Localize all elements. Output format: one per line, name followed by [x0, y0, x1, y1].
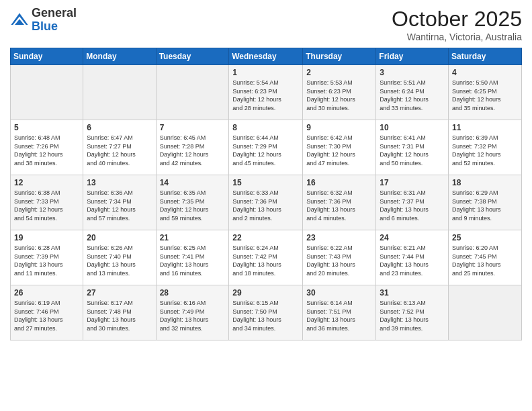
- calendar-cell: 5Sunrise: 6:48 AM Sunset: 7:26 PM Daylig…: [11, 120, 83, 175]
- day-info: Sunrise: 6:38 AM Sunset: 7:33 PM Dayligh…: [14, 189, 79, 222]
- logo: General Blue: [10, 7, 77, 34]
- calendar-week-3: 12Sunrise: 6:38 AM Sunset: 7:33 PM Dayli…: [11, 175, 522, 230]
- day-info: Sunrise: 6:26 AM Sunset: 7:40 PM Dayligh…: [87, 244, 152, 277]
- location: Wantirna, Victoria, Australia: [392, 32, 522, 42]
- calendar-cell: [11, 65, 83, 120]
- calendar-cell: 27Sunrise: 6:17 AM Sunset: 7:48 PM Dayli…: [83, 285, 156, 340]
- day-info: Sunrise: 6:24 AM Sunset: 7:42 PM Dayligh…: [232, 244, 299, 277]
- calendar-cell: 9Sunrise: 6:42 AM Sunset: 7:30 PM Daylig…: [303, 120, 376, 175]
- calendar-header-row: SundayMondayTuesdayWednesdayThursdayFrid…: [11, 48, 522, 65]
- calendar-cell: 18Sunrise: 6:29 AM Sunset: 7:38 PM Dayli…: [449, 175, 522, 230]
- day-number: 30: [306, 288, 372, 298]
- calendar-cell: 4Sunrise: 5:50 AM Sunset: 6:25 PM Daylig…: [449, 65, 522, 120]
- day-number: 21: [160, 233, 226, 242]
- calendar-cell: [449, 285, 522, 340]
- day-info: Sunrise: 6:13 AM Sunset: 7:52 PM Dayligh…: [380, 299, 445, 332]
- day-number: 17: [380, 178, 445, 187]
- day-number: 20: [87, 233, 152, 242]
- logo-icon: [10, 11, 29, 30]
- calendar-cell: 24Sunrise: 6:21 AM Sunset: 7:44 PM Dayli…: [376, 230, 449, 285]
- day-info: Sunrise: 6:22 AM Sunset: 7:43 PM Dayligh…: [306, 244, 372, 277]
- calendar-cell: 10Sunrise: 6:41 AM Sunset: 7:31 PM Dayli…: [376, 120, 449, 175]
- day-info: Sunrise: 6:33 AM Sunset: 7:36 PM Dayligh…: [232, 189, 299, 222]
- day-info: Sunrise: 6:20 AM Sunset: 7:45 PM Dayligh…: [452, 244, 518, 277]
- calendar-cell: 13Sunrise: 6:36 AM Sunset: 7:34 PM Dayli…: [83, 175, 156, 230]
- day-number: 9: [306, 123, 372, 132]
- day-number: 24: [380, 233, 445, 242]
- day-info: Sunrise: 6:17 AM Sunset: 7:48 PM Dayligh…: [87, 299, 152, 332]
- calendar-cell: 28Sunrise: 6:16 AM Sunset: 7:49 PM Dayli…: [156, 285, 229, 340]
- day-number: 31: [380, 288, 445, 298]
- calendar-cell: 1Sunrise: 5:54 AM Sunset: 6:23 PM Daylig…: [229, 65, 303, 120]
- day-number: 18: [452, 178, 518, 187]
- day-info: Sunrise: 6:35 AM Sunset: 7:35 PM Dayligh…: [160, 189, 226, 222]
- calendar-cell: 3Sunrise: 5:51 AM Sunset: 6:24 PM Daylig…: [376, 65, 449, 120]
- day-number: 10: [380, 123, 445, 132]
- calendar-cell: 12Sunrise: 6:38 AM Sunset: 7:33 PM Dayli…: [11, 175, 83, 230]
- day-info: Sunrise: 6:45 AM Sunset: 7:28 PM Dayligh…: [160, 134, 226, 167]
- day-number: 7: [160, 123, 226, 132]
- day-number: 8: [232, 123, 299, 132]
- day-info: Sunrise: 5:54 AM Sunset: 6:23 PM Dayligh…: [232, 79, 299, 112]
- page: General Blue October 2025 Wantirna, Vict…: [0, 0, 532, 411]
- day-number: 5: [14, 123, 79, 132]
- calendar-cell: 25Sunrise: 6:20 AM Sunset: 7:45 PM Dayli…: [449, 230, 522, 285]
- day-info: Sunrise: 6:39 AM Sunset: 7:32 PM Dayligh…: [452, 134, 518, 167]
- logo-blue: Blue: [32, 20, 77, 34]
- day-info: Sunrise: 5:50 AM Sunset: 6:25 PM Dayligh…: [452, 79, 518, 112]
- day-info: Sunrise: 6:28 AM Sunset: 7:39 PM Dayligh…: [14, 244, 79, 277]
- day-info: Sunrise: 6:31 AM Sunset: 7:37 PM Dayligh…: [380, 189, 445, 222]
- day-info: Sunrise: 6:47 AM Sunset: 7:27 PM Dayligh…: [87, 134, 152, 167]
- calendar-cell: 17Sunrise: 6:31 AM Sunset: 7:37 PM Dayli…: [376, 175, 449, 230]
- logo-text: General Blue: [32, 7, 77, 34]
- calendar-cell: 7Sunrise: 6:45 AM Sunset: 7:28 PM Daylig…: [156, 120, 229, 175]
- day-info: Sunrise: 6:48 AM Sunset: 7:26 PM Dayligh…: [14, 134, 79, 167]
- day-number: 3: [380, 68, 445, 77]
- day-info: Sunrise: 5:53 AM Sunset: 6:23 PM Dayligh…: [306, 79, 372, 112]
- calendar-cell: 29Sunrise: 6:15 AM Sunset: 7:50 PM Dayli…: [229, 285, 303, 340]
- day-number: 15: [232, 178, 299, 187]
- day-number: 22: [232, 233, 299, 242]
- calendar-cell: 21Sunrise: 6:25 AM Sunset: 7:41 PM Dayli…: [156, 230, 229, 285]
- day-number: 4: [452, 68, 518, 77]
- day-info: Sunrise: 6:16 AM Sunset: 7:49 PM Dayligh…: [160, 299, 226, 332]
- calendar-week-4: 19Sunrise: 6:28 AM Sunset: 7:39 PM Dayli…: [11, 230, 522, 285]
- calendar-cell: 2Sunrise: 5:53 AM Sunset: 6:23 PM Daylig…: [303, 65, 376, 120]
- day-info: Sunrise: 6:19 AM Sunset: 7:46 PM Dayligh…: [14, 299, 79, 332]
- day-info: Sunrise: 6:32 AM Sunset: 7:36 PM Dayligh…: [306, 189, 372, 222]
- day-number: 2: [306, 68, 372, 77]
- calendar-cell: 8Sunrise: 6:44 AM Sunset: 7:29 PM Daylig…: [229, 120, 303, 175]
- day-header-wednesday: Wednesday: [229, 48, 303, 65]
- calendar: SundayMondayTuesdayWednesdayThursdayFrid…: [10, 48, 522, 340]
- logo-general: General: [32, 7, 77, 20]
- day-header-monday: Monday: [83, 48, 156, 65]
- calendar-cell: 22Sunrise: 6:24 AM Sunset: 7:42 PM Dayli…: [229, 230, 303, 285]
- day-header-friday: Friday: [376, 48, 449, 65]
- day-number: 1: [232, 68, 299, 77]
- day-number: 12: [14, 178, 79, 187]
- calendar-cell: 14Sunrise: 6:35 AM Sunset: 7:35 PM Dayli…: [156, 175, 229, 230]
- header: General Blue October 2025 Wantirna, Vict…: [10, 7, 522, 42]
- day-info: Sunrise: 6:41 AM Sunset: 7:31 PM Dayligh…: [380, 134, 445, 167]
- day-number: 19: [14, 233, 79, 242]
- calendar-cell: 23Sunrise: 6:22 AM Sunset: 7:43 PM Dayli…: [303, 230, 376, 285]
- day-number: 11: [452, 123, 518, 132]
- day-info: Sunrise: 6:36 AM Sunset: 7:34 PM Dayligh…: [87, 189, 152, 222]
- day-info: Sunrise: 6:44 AM Sunset: 7:29 PM Dayligh…: [232, 134, 299, 167]
- calendar-cell: 20Sunrise: 6:26 AM Sunset: 7:40 PM Dayli…: [83, 230, 156, 285]
- calendar-cell: 30Sunrise: 6:14 AM Sunset: 7:51 PM Dayli…: [303, 285, 376, 340]
- day-number: 16: [306, 178, 372, 187]
- day-info: Sunrise: 6:29 AM Sunset: 7:38 PM Dayligh…: [452, 189, 518, 222]
- day-header-saturday: Saturday: [449, 48, 522, 65]
- calendar-cell: 26Sunrise: 6:19 AM Sunset: 7:46 PM Dayli…: [11, 285, 83, 340]
- calendar-week-2: 5Sunrise: 6:48 AM Sunset: 7:26 PM Daylig…: [11, 120, 522, 175]
- calendar-cell: [83, 65, 156, 120]
- day-header-sunday: Sunday: [11, 48, 83, 65]
- day-number: 27: [87, 288, 152, 298]
- month-title: October 2025: [392, 7, 522, 32]
- day-number: 29: [232, 288, 299, 298]
- day-number: 13: [87, 178, 152, 187]
- title-section: October 2025 Wantirna, Victoria, Austral…: [392, 7, 522, 42]
- calendar-cell: 11Sunrise: 6:39 AM Sunset: 7:32 PM Dayli…: [449, 120, 522, 175]
- day-number: 6: [87, 123, 152, 132]
